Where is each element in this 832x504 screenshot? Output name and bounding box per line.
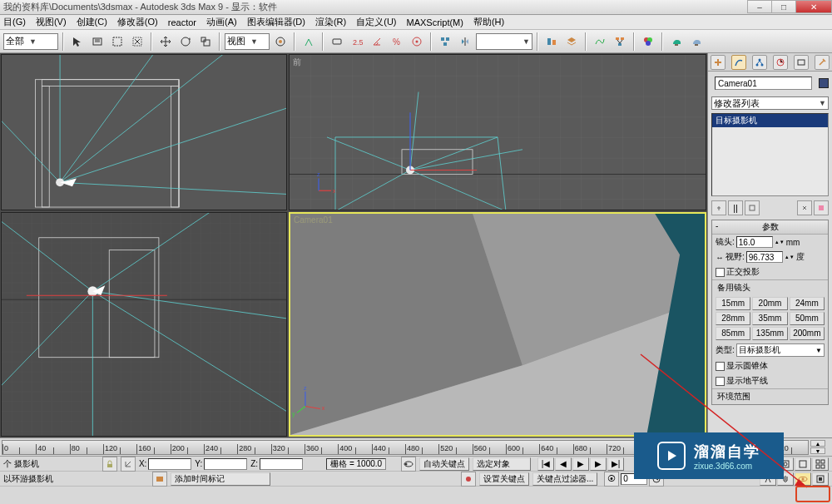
abs-coord-icon[interactable]	[121, 457, 136, 472]
comm-center-icon[interactable]	[152, 472, 167, 487]
object-color-swatch[interactable]	[819, 78, 829, 88]
close-button[interactable]: ✕	[795, 0, 832, 13]
move-icon[interactable]	[156, 32, 175, 51]
time-config-up-icon[interactable]: ▲	[810, 440, 825, 447]
named-sets-icon[interactable]	[436, 32, 454, 51]
select-icon[interactable]	[68, 32, 87, 51]
next-frame-icon[interactable]: ▶	[590, 457, 607, 471]
minimize-button[interactable]: –	[747, 0, 772, 13]
fov-spinner[interactable]: ▲▼	[785, 254, 795, 259]
ortho-checkbox[interactable]	[716, 268, 725, 277]
menu-reactor[interactable]: reactor	[168, 17, 196, 27]
select-name-icon[interactable]	[88, 32, 106, 51]
named-selection-dropdown[interactable]: ▼	[476, 33, 532, 50]
menu-animation[interactable]: 动画(A)	[206, 16, 237, 28]
maximize-viewport-icon[interactable]	[812, 472, 829, 486]
menu-maxscript[interactable]: MAXScript(M)	[407, 17, 463, 27]
zoom-extents-all-icon[interactable]	[812, 457, 829, 471]
hierarchy-tab-icon[interactable]	[752, 55, 767, 70]
menu-graph[interactable]: 图表编辑器(D)	[247, 16, 305, 28]
utilities-tab-icon[interactable]	[815, 55, 830, 70]
lens-135[interactable]: 135mm	[752, 327, 787, 340]
lens-15[interactable]: 15mm	[716, 297, 750, 310]
menu-modifiers[interactable]: 修改器(O)	[117, 16, 158, 28]
zoom-extents-icon[interactable]	[795, 457, 811, 471]
configure-sets-icon[interactable]	[814, 200, 829, 215]
spinner-snap-icon[interactable]	[408, 32, 426, 51]
prev-frame-icon[interactable]: ◀	[555, 457, 572, 471]
make-unique-icon[interactable]	[745, 200, 760, 215]
snap-toggle-icon[interactable]: 2.5	[348, 32, 366, 51]
camera-type-dropdown[interactable]: 目标摄影机▼	[736, 343, 825, 357]
set-key-button[interactable]: 设置关键点	[479, 472, 529, 486]
key-step-icon[interactable]: ⦿	[604, 472, 619, 487]
lock-selection-icon[interactable]	[102, 457, 117, 472]
display-tab-icon[interactable]	[794, 55, 809, 70]
scale-icon[interactable]	[196, 32, 215, 51]
params-header[interactable]: -参数	[712, 220, 828, 235]
pin-stack-icon[interactable]	[711, 200, 726, 215]
keyboard-shortcut-icon[interactable]	[328, 32, 346, 51]
show-end-result-icon[interactable]: ||	[728, 200, 743, 215]
auto-key-button[interactable]: 自动关键点	[419, 457, 469, 471]
maximize-button[interactable]: □	[771, 0, 796, 13]
render-scene-icon[interactable]	[667, 32, 686, 51]
motion-tab-icon[interactable]	[773, 55, 788, 70]
layers-icon[interactable]	[562, 32, 581, 51]
pivot-icon[interactable]	[271, 32, 290, 51]
selection-filter-dropdown[interactable]: 全部▼	[3, 33, 58, 50]
menu-file[interactable]: 目(G)	[3, 16, 26, 28]
fov-dir-icon[interactable]: ↔	[716, 253, 724, 262]
lens-input[interactable]	[736, 236, 773, 248]
lens-200[interactable]: 200mm	[790, 327, 825, 340]
ref-coord-dropdown[interactable]: 视图▼	[225, 33, 270, 50]
lens-24[interactable]: 24mm	[790, 297, 825, 310]
mirror-icon[interactable]	[456, 32, 474, 51]
time-config-down-icon[interactable]: ▼	[810, 447, 825, 454]
lens-28[interactable]: 28mm	[716, 312, 750, 325]
menu-render[interactable]: 渲染(R)	[315, 16, 346, 28]
set-key-icon[interactable]	[461, 472, 476, 487]
window-crossing-icon[interactable]	[128, 32, 146, 51]
remove-modifier-icon[interactable]	[797, 200, 812, 215]
percent-snap-icon[interactable]: %	[388, 32, 406, 51]
show-horizon-checkbox[interactable]	[716, 377, 725, 386]
viewport-camera[interactable]: Camera01 x z y	[289, 212, 706, 437]
angle-snap-icon[interactable]	[368, 32, 386, 51]
modifier-list-dropdown[interactable]: 修改器列表▼	[711, 96, 829, 110]
menu-view[interactable]: 视图(V)	[36, 16, 67, 28]
object-name-field[interactable]: Camera01	[715, 77, 812, 90]
schematic-view-icon[interactable]	[611, 32, 629, 51]
lens-20[interactable]: 20mm	[752, 297, 787, 310]
curve-editor-icon[interactable]	[591, 32, 609, 51]
goto-end-icon[interactable]: ▶|	[607, 457, 624, 471]
key-mode-icon[interactable]	[401, 457, 416, 472]
show-cone-checkbox[interactable]	[716, 362, 725, 371]
lens-50[interactable]: 50mm	[790, 312, 825, 325]
material-editor-icon[interactable]	[639, 32, 657, 51]
lens-35[interactable]: 35mm	[752, 312, 787, 325]
select-region-icon[interactable]	[108, 32, 126, 51]
viewport-front[interactable]: 前 x z	[289, 54, 706, 210]
y-coord-input[interactable]	[204, 458, 247, 470]
orbit-icon[interactable]	[795, 472, 811, 486]
z-coord-input[interactable]	[260, 458, 303, 470]
align-icon[interactable]	[542, 32, 561, 51]
modify-tab-icon[interactable]	[731, 55, 746, 70]
play-icon[interactable]: ▶	[572, 457, 589, 471]
stack-item-camera[interactable]: 目标摄影机	[712, 114, 828, 127]
menu-help[interactable]: 帮助(H)	[473, 16, 504, 28]
quick-render-icon[interactable]	[687, 32, 706, 51]
selected-object-field[interactable]: 选定对象	[473, 457, 531, 471]
create-tab-icon[interactable]	[711, 55, 726, 70]
x-coord-input[interactable]	[148, 458, 191, 470]
lens-spinner[interactable]: ▲▼	[775, 240, 785, 245]
viewport-left[interactable]	[1, 212, 287, 437]
manipulate-icon[interactable]	[300, 32, 318, 51]
fov-input[interactable]	[746, 251, 783, 263]
rotate-icon[interactable]	[176, 32, 195, 51]
add-time-tag[interactable]: 添加时间标记	[171, 472, 270, 486]
lens-85[interactable]: 85mm	[716, 327, 750, 340]
key-filters-button[interactable]: 关键点过滤器...	[532, 472, 597, 486]
menu-customize[interactable]: 自定义(U)	[356, 16, 396, 28]
